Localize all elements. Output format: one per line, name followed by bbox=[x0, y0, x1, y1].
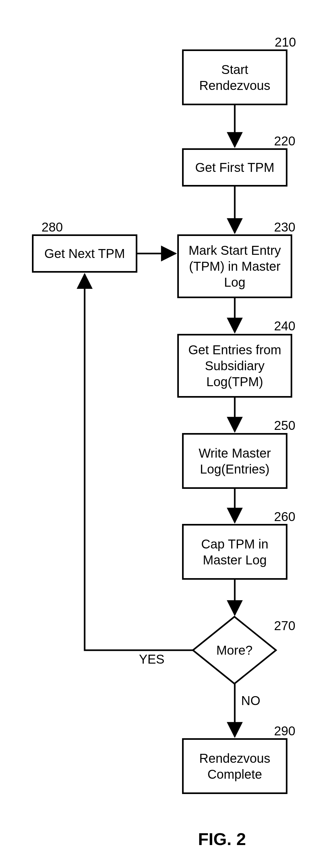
edge-yes-label: YES bbox=[139, 652, 165, 666]
edge-no-label: NO bbox=[241, 693, 260, 708]
figure-label: FIG. 2 bbox=[198, 829, 246, 849]
connectors bbox=[0, 0, 336, 868]
flowchart-figure: 210 220 230 240 250 260 270 280 290 Star… bbox=[0, 0, 336, 868]
